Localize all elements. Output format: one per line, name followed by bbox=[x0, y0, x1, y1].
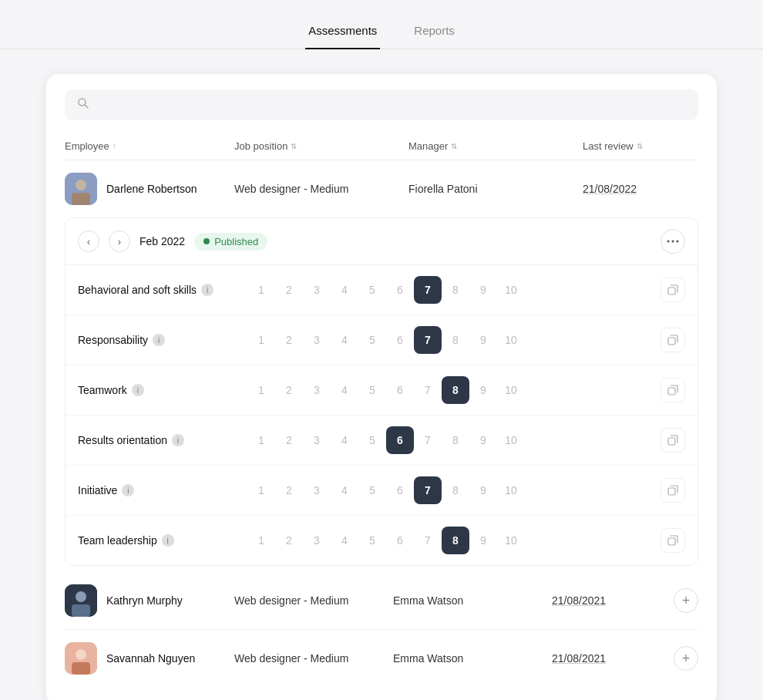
score-10[interactable]: 10 bbox=[497, 476, 525, 504]
score-9[interactable]: 9 bbox=[469, 527, 497, 554]
header-employee[interactable]: Employee ↑ bbox=[65, 140, 234, 152]
expand-savannah-button[interactable]: + bbox=[674, 646, 698, 671]
score-3[interactable]: 3 bbox=[303, 326, 331, 354]
score-8[interactable]: 8 bbox=[442, 426, 469, 454]
last-review-savannah: 21/08/2021 bbox=[552, 652, 667, 665]
score-2[interactable]: 2 bbox=[275, 376, 303, 404]
score-2[interactable]: 2 bbox=[275, 426, 303, 454]
score-8[interactable]: 8 bbox=[442, 527, 469, 554]
next-month-button[interactable]: › bbox=[109, 231, 130, 252]
score-5[interactable]: 5 bbox=[358, 527, 386, 554]
prev-month-button[interactable]: ‹ bbox=[78, 231, 99, 252]
score-1[interactable]: 1 bbox=[247, 376, 275, 404]
score-10[interactable]: 10 bbox=[497, 527, 525, 554]
score-1[interactable]: 1 bbox=[247, 476, 275, 504]
scores-leadership: 1 2 3 4 5 6 7 8 9 10 bbox=[247, 527, 654, 554]
skill-name-responsibility: Responsability i bbox=[78, 334, 247, 346]
employee-row-darlene: Darlene Robertson Web designer - Medium … bbox=[65, 160, 698, 566]
score-4[interactable]: 4 bbox=[331, 326, 358, 354]
score-6[interactable]: 6 bbox=[386, 376, 414, 404]
score-3[interactable]: 3 bbox=[303, 426, 331, 454]
score-3[interactable]: 3 bbox=[303, 376, 331, 404]
score-9[interactable]: 9 bbox=[469, 376, 497, 404]
score-10[interactable]: 10 bbox=[497, 276, 525, 304]
score-5[interactable]: 5 bbox=[358, 426, 386, 454]
score-4[interactable]: 4 bbox=[331, 527, 358, 554]
job-savannah: Web designer - Medium bbox=[234, 652, 393, 665]
score-4[interactable]: 4 bbox=[331, 276, 358, 304]
header-manager[interactable]: Manager ⇅ bbox=[408, 140, 583, 152]
score-9[interactable]: 9 bbox=[469, 326, 497, 354]
score-8[interactable]: 8 bbox=[442, 276, 469, 304]
score-7[interactable]: 7 bbox=[414, 527, 442, 554]
expand-kathryn-button[interactable]: + bbox=[674, 588, 698, 613]
tab-assessments[interactable]: Assessments bbox=[305, 16, 380, 49]
score-1[interactable]: 1 bbox=[247, 527, 275, 554]
svg-rect-8 bbox=[668, 288, 675, 294]
score-7[interactable]: 7 bbox=[414, 476, 442, 504]
info-initiative-icon[interactable]: i bbox=[122, 484, 134, 496]
copy-initiative-button[interactable] bbox=[660, 478, 685, 503]
score-6[interactable]: 6 bbox=[386, 476, 414, 504]
search-input[interactable] bbox=[97, 99, 686, 112]
score-1[interactable]: 1 bbox=[247, 276, 275, 304]
header-job-position[interactable]: Job position ⇅ bbox=[234, 140, 408, 152]
employee-darlene-header[interactable]: Darlene Robertson Web designer - Medium … bbox=[65, 160, 698, 214]
score-3[interactable]: 3 bbox=[303, 276, 331, 304]
score-7[interactable]: 7 bbox=[414, 376, 442, 404]
score-7[interactable]: 7 bbox=[414, 276, 442, 304]
score-1[interactable]: 1 bbox=[247, 326, 275, 354]
score-5[interactable]: 5 bbox=[358, 276, 386, 304]
info-responsibility-icon[interactable]: i bbox=[153, 334, 165, 346]
score-6[interactable]: 6 bbox=[386, 326, 414, 354]
info-results-icon[interactable]: i bbox=[172, 434, 184, 446]
score-2[interactable]: 2 bbox=[275, 527, 303, 554]
score-8[interactable]: 8 bbox=[442, 326, 469, 354]
info-behavioral-icon[interactable]: i bbox=[201, 284, 213, 296]
score-8[interactable]: 8 bbox=[442, 376, 469, 404]
tab-reports[interactable]: Reports bbox=[411, 16, 458, 49]
more-options-button[interactable] bbox=[660, 229, 685, 254]
score-10[interactable]: 10 bbox=[497, 376, 525, 404]
copy-leadership-button[interactable] bbox=[660, 528, 685, 553]
score-2[interactable]: 2 bbox=[275, 326, 303, 354]
top-navigation: Assessments Reports bbox=[0, 0, 763, 49]
score-4[interactable]: 4 bbox=[331, 376, 358, 404]
info-teamwork-icon[interactable]: i bbox=[132, 384, 144, 396]
score-4[interactable]: 4 bbox=[331, 476, 358, 504]
score-3[interactable]: 3 bbox=[303, 527, 331, 554]
score-7[interactable]: 7 bbox=[414, 326, 442, 354]
score-8[interactable]: 8 bbox=[442, 476, 469, 504]
score-7[interactable]: 7 bbox=[414, 426, 442, 454]
score-2[interactable]: 2 bbox=[275, 276, 303, 304]
scores-initiative: 1 2 3 4 5 6 7 8 9 10 bbox=[247, 476, 654, 504]
score-2[interactable]: 2 bbox=[275, 476, 303, 504]
employee-savannah-inner[interactable]: Savannah Nguyen Web designer - Medium Em… bbox=[65, 630, 698, 687]
score-10[interactable]: 10 bbox=[497, 326, 525, 354]
skill-row-behavioral: Behavioral and soft skills i 1 2 3 4 5 6… bbox=[66, 265, 697, 315]
copy-behavioral-button[interactable] bbox=[660, 278, 685, 302]
score-9[interactable]: 9 bbox=[469, 476, 497, 504]
score-6[interactable]: 6 bbox=[386, 276, 414, 304]
score-5[interactable]: 5 bbox=[358, 376, 386, 404]
copy-results-button[interactable] bbox=[660, 428, 685, 453]
score-5[interactable]: 5 bbox=[358, 476, 386, 504]
score-1[interactable]: 1 bbox=[247, 426, 275, 454]
employee-kathryn-inner[interactable]: Kathryn Murphy Web designer - Medium Emm… bbox=[65, 572, 698, 629]
score-9[interactable]: 9 bbox=[469, 426, 497, 454]
score-3[interactable]: 3 bbox=[303, 476, 331, 504]
svg-rect-13 bbox=[668, 538, 675, 545]
score-5[interactable]: 5 bbox=[358, 326, 386, 354]
score-10[interactable]: 10 bbox=[497, 426, 525, 454]
info-leadership-icon[interactable]: i bbox=[162, 534, 174, 547]
copy-responsibility-button[interactable] bbox=[660, 328, 685, 352]
copy-teamwork-button[interactable] bbox=[660, 378, 685, 402]
score-4[interactable]: 4 bbox=[331, 426, 358, 454]
review-header: ‹ › Feb 2022 Published bbox=[66, 218, 697, 265]
header-last-review[interactable]: Last review ⇅ bbox=[583, 140, 698, 152]
score-6[interactable]: 6 bbox=[386, 426, 414, 454]
search-icon bbox=[77, 97, 89, 113]
score-6[interactable]: 6 bbox=[386, 527, 414, 554]
employee-name-cell-savannah: Savannah Nguyen bbox=[65, 642, 234, 675]
score-9[interactable]: 9 bbox=[469, 276, 497, 304]
